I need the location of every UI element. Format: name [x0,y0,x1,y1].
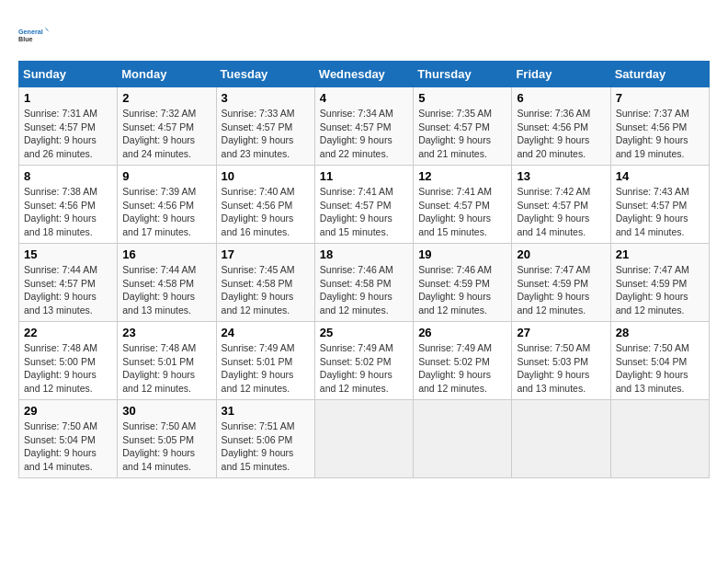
day-number: 14 [616,169,704,183]
day-number: 13 [517,169,605,183]
day-number: 5 [418,91,506,105]
calendar-cell: 20 Sunrise: 7:47 AM Sunset: 4:59 PM Dayl… [512,244,610,322]
calendar-cell: 10 Sunrise: 7:40 AM Sunset: 4:56 PM Dayl… [216,166,314,244]
day-info: Sunrise: 7:49 AM Sunset: 5:02 PM Dayligh… [320,341,408,396]
calendar-cell: 23 Sunrise: 7:48 AM Sunset: 5:01 PM Dayl… [118,322,216,400]
calendar-cell: 21 Sunrise: 7:47 AM Sunset: 4:59 PM Dayl… [610,244,709,322]
day-info: Sunrise: 7:48 AM Sunset: 5:00 PM Dayligh… [24,341,112,396]
day-number: 26 [418,326,506,339]
day-number: 10 [222,169,310,183]
calendar-cell: 28 Sunrise: 7:50 AM Sunset: 5:04 PM Dayl… [610,322,709,400]
calendar-cell: 12 Sunrise: 7:41 AM Sunset: 4:57 PM Dayl… [414,166,512,244]
calendar-day-header: Monday [118,62,216,87]
day-number: 24 [222,326,310,339]
calendar-cell [314,400,413,478]
day-info: Sunrise: 7:47 AM Sunset: 4:59 PM Dayligh… [616,263,704,317]
day-number: 21 [616,247,704,261]
svg-marker-2 [45,27,50,32]
day-number: 6 [517,91,605,105]
calendar-cell: 9 Sunrise: 7:39 AM Sunset: 4:56 PM Dayli… [118,166,216,244]
calendar-cell: 31 Sunrise: 7:51 AM Sunset: 5:06 PM Dayl… [216,400,314,478]
calendar-cell: 7 Sunrise: 7:37 AM Sunset: 4:56 PM Dayli… [610,87,709,166]
day-number: 31 [222,404,310,418]
day-info: Sunrise: 7:44 AM Sunset: 4:58 PM Dayligh… [122,263,210,317]
calendar-week-row: 29 Sunrise: 7:50 AM Sunset: 5:04 PM Dayl… [19,400,710,478]
calendar-day-header: Wednesday [314,62,413,87]
day-number: 4 [320,91,408,105]
day-info: Sunrise: 7:40 AM Sunset: 4:56 PM Dayligh… [222,185,310,239]
day-number: 16 [122,247,210,261]
day-info: Sunrise: 7:45 AM Sunset: 4:58 PM Dayligh… [222,263,310,317]
calendar-day-header: Tuesday [216,62,314,87]
day-number: 12 [418,169,506,183]
calendar-cell: 16 Sunrise: 7:44 AM Sunset: 4:58 PM Dayl… [118,244,216,322]
calendar-day-header: Sunday [19,62,118,87]
day-number: 18 [320,247,408,261]
day-info: Sunrise: 7:33 AM Sunset: 4:57 PM Dayligh… [222,107,310,161]
day-info: Sunrise: 7:51 AM Sunset: 5:06 PM Dayligh… [222,419,310,474]
calendar-week-row: 1 Sunrise: 7:31 AM Sunset: 4:57 PM Dayli… [19,87,710,166]
calendar-cell: 8 Sunrise: 7:38 AM Sunset: 4:56 PM Dayli… [19,166,118,244]
day-number: 17 [222,247,310,261]
day-number: 2 [122,91,210,105]
calendar-header-row: SundayMondayTuesdayWednesdayThursdayFrid… [19,62,710,87]
day-number: 19 [418,247,506,261]
page-header: General Blue [18,18,710,52]
svg-text:Blue: Blue [18,35,33,43]
calendar-table: SundayMondayTuesdayWednesdayThursdayFrid… [18,61,710,478]
calendar-week-row: 22 Sunrise: 7:48 AM Sunset: 5:00 PM Dayl… [19,322,710,400]
day-info: Sunrise: 7:49 AM Sunset: 5:01 PM Dayligh… [222,341,310,396]
day-number: 11 [320,169,408,183]
calendar-body: 1 Sunrise: 7:31 AM Sunset: 4:57 PM Dayli… [19,87,710,478]
day-info: Sunrise: 7:44 AM Sunset: 4:57 PM Dayligh… [24,263,112,317]
day-number: 15 [24,247,112,261]
day-number: 7 [616,91,704,105]
day-info: Sunrise: 7:49 AM Sunset: 5:02 PM Dayligh… [418,341,506,396]
calendar-cell: 26 Sunrise: 7:49 AM Sunset: 5:02 PM Dayl… [414,322,512,400]
day-info: Sunrise: 7:35 AM Sunset: 4:57 PM Dayligh… [418,107,506,161]
day-info: Sunrise: 7:36 AM Sunset: 4:56 PM Dayligh… [517,107,605,161]
calendar-cell: 18 Sunrise: 7:46 AM Sunset: 4:58 PM Dayl… [314,244,413,322]
day-info: Sunrise: 7:46 AM Sunset: 4:59 PM Dayligh… [418,263,506,317]
day-number: 8 [24,169,112,183]
calendar-cell: 17 Sunrise: 7:45 AM Sunset: 4:58 PM Dayl… [216,244,314,322]
calendar-day-header: Thursday [414,62,512,87]
day-number: 28 [616,326,704,339]
day-number: 29 [24,404,112,418]
day-info: Sunrise: 7:50 AM Sunset: 5:04 PM Dayligh… [24,419,112,474]
day-info: Sunrise: 7:38 AM Sunset: 4:56 PM Dayligh… [24,185,112,239]
day-info: Sunrise: 7:39 AM Sunset: 4:56 PM Dayligh… [122,185,210,239]
day-number: 22 [24,326,112,339]
logo-icon: General Blue [18,18,51,52]
calendar-cell: 25 Sunrise: 7:49 AM Sunset: 5:02 PM Dayl… [314,322,413,400]
day-info: Sunrise: 7:32 AM Sunset: 4:57 PM Dayligh… [122,107,210,161]
day-number: 9 [122,169,210,183]
calendar-cell: 22 Sunrise: 7:48 AM Sunset: 5:00 PM Dayl… [19,322,118,400]
calendar-cell: 5 Sunrise: 7:35 AM Sunset: 4:57 PM Dayli… [414,87,512,166]
calendar-cell: 2 Sunrise: 7:32 AM Sunset: 4:57 PM Dayli… [118,87,216,166]
day-info: Sunrise: 7:34 AM Sunset: 4:57 PM Dayligh… [320,107,408,161]
day-info: Sunrise: 7:31 AM Sunset: 4:57 PM Dayligh… [24,107,112,161]
logo: General Blue [18,18,51,52]
calendar-week-row: 15 Sunrise: 7:44 AM Sunset: 4:57 PM Dayl… [19,244,710,322]
day-number: 1 [24,91,112,105]
calendar-cell: 30 Sunrise: 7:50 AM Sunset: 5:05 PM Dayl… [118,400,216,478]
calendar-cell: 24 Sunrise: 7:49 AM Sunset: 5:01 PM Dayl… [216,322,314,400]
calendar-cell [610,400,709,478]
day-number: 23 [122,326,210,339]
calendar-cell: 11 Sunrise: 7:41 AM Sunset: 4:57 PM Dayl… [314,166,413,244]
calendar-cell: 1 Sunrise: 7:31 AM Sunset: 4:57 PM Dayli… [19,87,118,166]
day-info: Sunrise: 7:50 AM Sunset: 5:05 PM Dayligh… [122,419,210,474]
calendar-cell: 29 Sunrise: 7:50 AM Sunset: 5:04 PM Dayl… [19,400,118,478]
day-info: Sunrise: 7:47 AM Sunset: 4:59 PM Dayligh… [517,263,605,317]
day-info: Sunrise: 7:50 AM Sunset: 5:04 PM Dayligh… [616,341,704,396]
calendar-cell: 19 Sunrise: 7:46 AM Sunset: 4:59 PM Dayl… [414,244,512,322]
day-info: Sunrise: 7:41 AM Sunset: 4:57 PM Dayligh… [320,185,408,239]
calendar-cell: 3 Sunrise: 7:33 AM Sunset: 4:57 PM Dayli… [216,87,314,166]
day-info: Sunrise: 7:48 AM Sunset: 5:01 PM Dayligh… [122,341,210,396]
day-number: 3 [222,91,310,105]
calendar-cell: 14 Sunrise: 7:43 AM Sunset: 4:57 PM Dayl… [610,166,709,244]
day-info: Sunrise: 7:37 AM Sunset: 4:56 PM Dayligh… [616,107,704,161]
calendar-cell [414,400,512,478]
day-number: 30 [122,404,210,418]
